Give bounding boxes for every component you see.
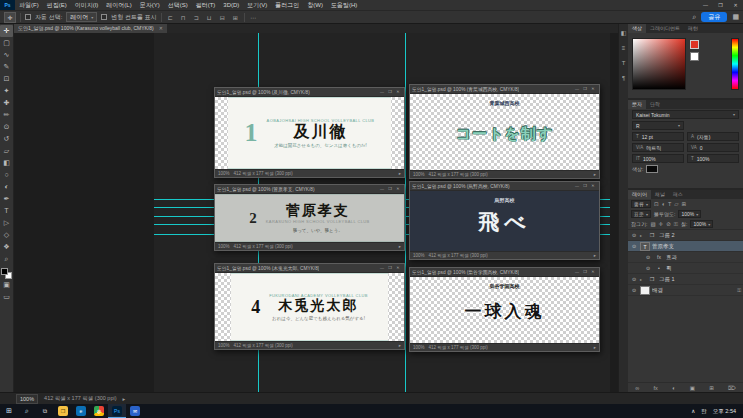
menu-filter[interactable]: 필터(T)	[192, 0, 220, 10]
show-transform-checkbox[interactable]	[101, 14, 107, 20]
browser-icon[interactable]: ◍	[90, 404, 108, 418]
ime-indicator[interactable]: 한	[701, 408, 707, 415]
taskbar-search-icon[interactable]: ⌕	[18, 404, 36, 418]
group-expander-icon[interactable]: ▸	[640, 277, 645, 282]
font-family-select[interactable]: Kaisei Tokumin ▾	[632, 110, 739, 119]
text-color-swatch[interactable]	[646, 165, 658, 173]
lock-all-icon[interactable]: ⚿	[674, 221, 678, 228]
character-panel-icon[interactable]: T	[622, 60, 626, 67]
zoom-level[interactable]: 100%	[413, 253, 425, 258]
paragraph-panel-icon[interactable]: ¶	[622, 75, 625, 82]
layer-row-effects[interactable]: ⊙ fx 효과	[628, 252, 743, 263]
healing-brush-tool[interactable]: ✚	[0, 97, 13, 109]
document-window-fukurodani[interactable]: 도안1_얼명.psd @ 100% (梟谷学園高校, CMYK/8) — ❐ ✕…	[409, 267, 600, 352]
tab-paths[interactable]: 패스	[669, 190, 687, 199]
maximize-icon[interactable]: ❐	[386, 185, 394, 193]
blend-mode-dropdown[interactable]: 표준 ▾	[631, 210, 651, 218]
minimize-icon[interactable]: —	[698, 0, 713, 10]
document-tab[interactable]: 도안1_얼명.psd @ 100% (Karasuno volleyball c…	[14, 24, 167, 33]
path-selection-tool[interactable]: ▷	[0, 217, 13, 229]
menu-layer[interactable]: 레이어(L)	[102, 0, 135, 10]
document-window-sugawara[interactable]: 도안1_얼명.psd @ 100% (菅原孝支, CMYK/8) — ❐ ✕ 2…	[214, 184, 405, 251]
properties-panel-icon[interactable]: ≡	[622, 45, 626, 52]
minimize-icon[interactable]: —	[573, 85, 581, 93]
move-tool[interactable]: ✛	[0, 25, 13, 37]
zoom-input[interactable]: 100%	[16, 394, 38, 404]
menu-edit[interactable]: 편집(E)	[43, 0, 71, 10]
history-brush-tool[interactable]: ↺	[0, 133, 13, 145]
group-expander-icon[interactable]: ▸	[640, 233, 645, 238]
status-expander-icon[interactable]: ▸	[399, 343, 401, 348]
document-canvas[interactable]: 4 FUKURODANI ACADEMY VOLLEYBALL CLUB 木兎光…	[215, 273, 404, 341]
menu-view[interactable]: 보기(V)	[243, 0, 271, 10]
visibility-eye-icon[interactable]: ⊙	[630, 276, 638, 282]
close-icon[interactable]: ✕	[589, 268, 597, 276]
tray-chevron-icon[interactable]: ∧	[691, 408, 695, 414]
close-icon[interactable]: ✕	[394, 264, 402, 272]
pen-tool[interactable]: ✒	[0, 193, 13, 205]
layer-row-group1[interactable]: ⊙ ▸ ❒ 그룹 1	[628, 274, 743, 285]
status-expander-icon[interactable]: ▸	[594, 345, 596, 350]
kerning-field[interactable]: V/A 메트릭	[632, 143, 684, 152]
tab-channels[interactable]: 채널	[651, 190, 669, 199]
marquee-tool[interactable]: ▢	[0, 37, 13, 49]
document-window-bokuto[interactable]: 도안1_얼명.psd @ 100% (木兎光太郎, CMYK/8) — ❐ ✕ …	[214, 263, 405, 350]
foreground-color-swatch[interactable]	[1, 268, 8, 275]
visibility-eye-icon[interactable]: ⊙	[630, 232, 638, 238]
type-tool[interactable]: T	[0, 205, 13, 217]
filter-smart-objects-icon[interactable]: ⊞	[682, 201, 687, 207]
document-window-oikawa[interactable]: 도안1_얼명.psd @ 100% (及川徹, CMYK/8) — ❐ ✕ 1 …	[214, 87, 405, 178]
distribute-horizontal-icon[interactable]: ⊟	[218, 14, 227, 21]
foreground-background-colors[interactable]	[1, 268, 12, 279]
tab-patterns[interactable]: 패턴	[684, 24, 702, 33]
minimize-icon[interactable]: —	[573, 268, 581, 276]
menu-type[interactable]: 문자(Y)	[136, 0, 164, 10]
fill-field[interactable]: 100% ▾	[690, 220, 713, 228]
start-button[interactable]: ⊞	[0, 404, 18, 418]
zoom-level[interactable]: 100%	[218, 343, 230, 348]
document-canvas[interactable]: 2 菅原孝支 KARASUNO HIGH SCHOOL VOLLEYBALL C…	[215, 194, 404, 242]
brush-tool[interactable]: ✏	[0, 109, 13, 121]
auto-select-target-dropdown[interactable]: 레이어 ▾	[66, 12, 97, 22]
document-canvas[interactable]: 1 AOBAJOHSAI HIGH SCHOOL VOLLEYBALL CLUB…	[215, 97, 404, 169]
document-canvas[interactable]: 烏野高校 飛べ	[410, 191, 599, 251]
lock-transparent-pixels-icon[interactable]: ▨	[650, 221, 655, 227]
filter-shape-layers-icon[interactable]: ▱	[674, 201, 678, 207]
status-expander-icon[interactable]: ▸	[594, 253, 596, 258]
delete-layer-icon[interactable]: ⌦	[728, 385, 736, 391]
layer-mask-icon[interactable]: ◐	[672, 385, 675, 391]
menu-file[interactable]: 파일(F)	[15, 0, 43, 10]
menu-plugins[interactable]: 플러그인	[271, 0, 303, 10]
opacity-field[interactable]: 100% ▾	[678, 210, 701, 218]
maximize-icon[interactable]: ❐	[581, 85, 589, 93]
adjustments-panel-icon[interactable]: ◧	[621, 30, 627, 37]
window-title-bar[interactable]: 도안1_얼명.psd @ 100% (菅原孝支, CMYK/8) — ❐ ✕	[215, 185, 404, 194]
lock-position-icon[interactable]: ✛	[659, 221, 664, 227]
status-expander-icon[interactable]: ▸	[594, 172, 596, 177]
search-icon[interactable]: ⌕	[692, 13, 696, 21]
zoom-tool[interactable]: ⌕	[0, 253, 13, 265]
mail-icon[interactable]: ✉	[126, 404, 144, 418]
tracking-field[interactable]: VA 0	[687, 143, 739, 152]
tab-gradients[interactable]: 그레이디언트	[646, 24, 684, 33]
distribute-vertical-icon[interactable]: ⊞	[231, 14, 240, 21]
minimize-icon[interactable]: —	[378, 88, 386, 96]
align-left-icon[interactable]: ⊏	[166, 14, 175, 21]
clock[interactable]: 오후 2:54	[713, 408, 736, 415]
workspace-switcher-icon[interactable]: ▦	[732, 13, 739, 21]
foreground-color-swatch[interactable]	[690, 40, 699, 49]
menu-image[interactable]: 이미지(I)	[71, 0, 103, 10]
menu-select[interactable]: 선택(S)	[164, 0, 192, 10]
status-expander-icon[interactable]: ▸	[123, 396, 126, 402]
status-expander-icon[interactable]: ▸	[399, 171, 401, 176]
window-title-bar[interactable]: 도안1_얼명.psd @ 100% (梟谷学園高校, CMYK/8) — ❐ ✕	[410, 268, 599, 277]
layer-thumbnail[interactable]	[640, 286, 650, 295]
more-options-icon[interactable]: ⋯	[249, 14, 258, 21]
filter-pixel-layers-icon[interactable]: ⊡	[654, 201, 659, 207]
maximize-icon[interactable]: ❐	[386, 264, 394, 272]
file-explorer-icon[interactable]: ❒	[54, 404, 72, 418]
visibility-eye-icon[interactable]: ⊙	[630, 287, 638, 293]
menu-help[interactable]: 도움말(H)	[327, 0, 361, 10]
eyedropper-tool[interactable]: ✦	[0, 85, 13, 97]
move-tool-preset-icon[interactable]: ✛	[4, 12, 16, 23]
